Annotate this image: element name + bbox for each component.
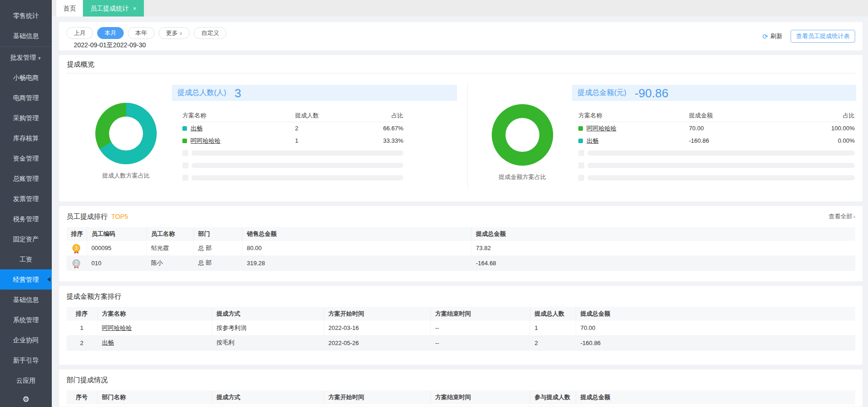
cell-percent: 0.00% bbox=[823, 137, 855, 144]
sidebar-item-inventory-accounting[interactable]: 库存核算 bbox=[0, 128, 52, 148]
total-people-label: 提成总人数(人) bbox=[177, 88, 226, 98]
col-header-participants: 参与提成人数 bbox=[530, 390, 576, 404]
sidebar-item-wholesale-management[interactable]: 批发管理▼ bbox=[0, 47, 52, 67]
cell-start-date: 2022-05-26 bbox=[324, 335, 430, 350]
sidebar-item-beginner-guide[interactable]: 新手引导 bbox=[0, 350, 52, 370]
tab-employee-commission-stats[interactable]: 员工提成统计× bbox=[83, 0, 144, 17]
cell-value: 1 bbox=[295, 137, 371, 144]
cell-employee-code: 010 bbox=[87, 256, 146, 270]
sidebar-item-invoice-management[interactable]: 发票管理 bbox=[0, 189, 52, 209]
tab-home[interactable]: 首页 bbox=[56, 0, 83, 17]
scheme-link[interactable]: 出畅 bbox=[191, 124, 203, 133]
col-header-scheme-name: 方案名称 bbox=[182, 112, 295, 120]
scheme-ranking-panel: 提成金额方案排行 排序 方案名称 提成方式 方案开始时间 方案结束时间 提成总人… bbox=[59, 286, 863, 365]
cell-method: 按毛利 bbox=[212, 335, 324, 350]
sidebar-item-ecommerce-management[interactable]: 电商管理 bbox=[0, 88, 52, 108]
sidebar-item-funds-management[interactable]: 资金管理 bbox=[0, 148, 52, 168]
scheme-link[interactable]: 出畅 bbox=[102, 339, 114, 346]
people-share-donut-chart[interactable] bbox=[95, 103, 157, 164]
series-legend-swatch bbox=[578, 139, 583, 143]
cell-percent: 100.00% bbox=[823, 125, 855, 132]
sidebar-divider bbox=[0, 46, 52, 47]
sidebar-item-label: 工资 bbox=[20, 256, 33, 263]
table-row: 2 出畅 按毛利 2022-05-26 -- 2 -160.86 bbox=[66, 335, 855, 350]
col-header-start-date: 方案开始时间 bbox=[324, 307, 430, 321]
gold-medal-icon: 1 bbox=[72, 244, 80, 252]
sidebar-item-fixed-assets[interactable]: 固定资产 bbox=[0, 229, 52, 249]
col-header-amount: 提成金额 bbox=[689, 112, 823, 120]
commission-overview-panel: 提成概览 提成人数方案占比 提成总人数(人) 3 方案名称 提成人数 占比 bbox=[59, 55, 863, 201]
people-scheme-table: 方案名称 提成人数 占比 出畅 2 66.67% 呵呵哈哈哈 1 33.33% bbox=[182, 110, 403, 184]
cell-total-commission: -164.68 bbox=[471, 256, 855, 270]
sidebar-item-label: 基础信息 bbox=[13, 296, 39, 303]
date-range-text: 2022-09-01至2022-09-30 bbox=[74, 41, 855, 50]
table-header-row: 方案名称 提成金额 占比 bbox=[578, 110, 855, 122]
sidebar-item-payroll[interactable]: 工资 bbox=[0, 249, 52, 269]
cell-end-date: -- bbox=[430, 321, 530, 335]
overview-mid-divider bbox=[467, 84, 468, 188]
amount-share-donut-chart[interactable] bbox=[492, 104, 553, 166]
cell-total-sales: 319.28 bbox=[242, 256, 471, 270]
view-all-label: 查看全部 bbox=[829, 213, 852, 220]
series-legend-swatch bbox=[182, 126, 187, 131]
sidebar-item-cloud-apps[interactable]: 云应用 bbox=[0, 370, 52, 390]
silver-medal-icon: 2 bbox=[72, 259, 80, 267]
scheme-ranking-table: 排序 方案名称 提成方式 方案开始时间 方案结束时间 提成总人数 提成总金额 1 bbox=[66, 307, 855, 351]
cell-total-commission: 73.82 bbox=[471, 241, 855, 256]
col-header-scheme-name: 方案名称 bbox=[97, 307, 212, 321]
chevron-down-icon: ∨ bbox=[179, 31, 182, 36]
active-item-marker-icon bbox=[47, 277, 50, 282]
sidebar-item-label: 总账管理 bbox=[13, 175, 39, 182]
sidebar-item-label: 批发管理 bbox=[11, 54, 36, 61]
col-header-department-name: 部门名称 bbox=[97, 390, 212, 404]
cell-department: 总 部 bbox=[193, 256, 242, 270]
sidebar-item-system-management[interactable]: 系统管理 bbox=[0, 310, 52, 330]
cell-rank: 1 bbox=[66, 321, 97, 335]
view-commission-report-button[interactable]: 查看员工提成统计表 bbox=[791, 30, 855, 43]
refresh-label: 刷新 bbox=[770, 32, 782, 40]
pill-custom[interactable]: 自定义 bbox=[194, 27, 226, 39]
sidebar-item-general-ledger[interactable]: 总账管理 bbox=[0, 168, 52, 189]
app-root: 零售统计 基础信息 批发管理▼ 小畅电商 电商管理 采购管理 库存核算 资金管理… bbox=[0, 0, 868, 407]
sidebar-item-business-management-active[interactable]: 经营管理 bbox=[0, 269, 52, 290]
table-row: 呵呵哈哈哈 70.00 100.00% bbox=[578, 122, 855, 134]
pill-this-year[interactable]: 本年 bbox=[128, 27, 154, 39]
col-header-employee-name: 员工名称 bbox=[146, 227, 193, 241]
scheme-link[interactable]: 出畅 bbox=[587, 137, 599, 145]
sidebar-item-retail-statistics[interactable]: 零售统计 bbox=[0, 6, 52, 26]
series-legend-swatch bbox=[182, 139, 187, 143]
close-tab-icon[interactable]: × bbox=[133, 5, 137, 12]
department-commission-table: 序号 部门名称 提成方式 方案开始时间 方案结束时间 参与提成人数 提成总金额 bbox=[66, 390, 855, 404]
sidebar-item-basic-info[interactable]: 基础信息 bbox=[0, 26, 52, 46]
main-area: 首页 员工提成统计× 上月 本月 本年 更多∨ 自定义 2022-09-01至2… bbox=[52, 0, 868, 407]
date-filter-pills: 上月 本月 本年 更多∨ 自定义 bbox=[66, 27, 855, 39]
sidebar-item-label: 企业协同 bbox=[13, 336, 39, 344]
view-all-link[interactable]: 查看全部› bbox=[829, 212, 855, 221]
sidebar-item-procurement-management[interactable]: 采购管理 bbox=[0, 108, 52, 128]
scheme-link[interactable]: 呵呵哈哈哈 bbox=[587, 124, 616, 133]
sidebar-item-tax-management[interactable]: 税务管理 bbox=[0, 209, 52, 229]
pill-last-month[interactable]: 上月 bbox=[66, 27, 93, 39]
sidebar-item-label: 采购管理 bbox=[13, 114, 39, 122]
skeleton-row bbox=[578, 147, 855, 159]
cell-end-date: -- bbox=[430, 335, 530, 350]
total-people-value: 3 bbox=[235, 87, 241, 99]
sidebar-item-basic-info-2[interactable]: 基础信息 bbox=[0, 290, 52, 310]
sidebar-item-enterprise-collaboration[interactable]: 企业协同 bbox=[0, 330, 52, 350]
scheme-link[interactable]: 呵呵哈哈哈 bbox=[102, 324, 132, 331]
cell-total-commission: -160.86 bbox=[576, 335, 855, 350]
refresh-button[interactable]: ⟳刷新 bbox=[762, 32, 782, 40]
col-header-index: 序号 bbox=[66, 390, 97, 404]
sidebar-item-xiaochang-ecommerce[interactable]: 小畅电商 bbox=[0, 67, 52, 88]
settings-gear-icon[interactable]: ⚙ bbox=[0, 395, 52, 404]
col-header-total-sales: 销售总金额 bbox=[242, 227, 471, 241]
col-header-end-date: 方案结束时间 bbox=[430, 307, 530, 321]
total-amount-label: 提成总金额(元) bbox=[577, 88, 626, 98]
pill-more[interactable]: 更多∨ bbox=[159, 27, 190, 39]
scheme-link[interactable]: 呵呵哈哈哈 bbox=[191, 137, 220, 145]
pill-this-month[interactable]: 本月 bbox=[97, 27, 124, 39]
col-header-total-commission: 提成总金额 bbox=[471, 227, 855, 241]
employee-ranking-table: 排序 员工编码 员工名称 部门 销售总金额 提成总金额 1 000095 邹光霞 bbox=[66, 227, 855, 271]
total-amount-statbar: 提成总金额(元) -90.86 bbox=[572, 85, 856, 101]
skeleton-row bbox=[182, 172, 403, 184]
